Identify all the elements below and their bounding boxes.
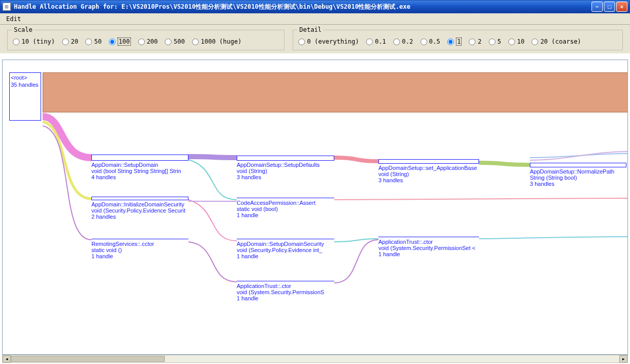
node-initdomsecurity-label: AppDomain::InitializeDomainSecurity void… xyxy=(91,201,199,220)
detail-opt-2[interactable]: 2 xyxy=(469,38,481,45)
detail-opt-10[interactable]: 10 xyxy=(508,38,524,45)
detail-opt-20[interactable]: 20 (coarse) xyxy=(531,38,581,45)
app-icon: ⊞ xyxy=(3,3,11,11)
node-apptrust2-label: ApplicationTrust::.ctor void (System.Sec… xyxy=(378,239,491,257)
menubar: Edit xyxy=(0,13,630,25)
scroll-right-button[interactable]: ▸ xyxy=(619,355,627,362)
scale-legend: Scale xyxy=(12,26,34,33)
node-codeaccess-label: CodeAccessPermission::Assert static void… xyxy=(237,200,345,218)
window-buttons: − □ × xyxy=(591,2,627,12)
scale-opt-10[interactable]: 10 (tiny) xyxy=(13,38,55,45)
node-remoting-label: RemotingServices::.cctor static void () … xyxy=(91,241,199,259)
node-apptrust2-box[interactable] xyxy=(378,237,479,237)
node-initdomsecurity-box[interactable] xyxy=(91,197,188,200)
node-setupdomsec-label: AppDomain::SetupDomainSecurity void (Sec… xyxy=(237,241,345,259)
node-setupdomain-box[interactable] xyxy=(91,155,188,161)
graph-area[interactable]: <root> 35 handles AppDomain::SetupDomain… xyxy=(2,60,628,355)
close-button[interactable]: × xyxy=(616,2,627,12)
maximize-button[interactable]: □ xyxy=(604,2,615,12)
minimize-button[interactable]: − xyxy=(591,2,603,12)
node-apptrust1-label: ApplicationTrust::.ctor void (System.Sec… xyxy=(237,283,345,301)
menu-edit[interactable]: Edit xyxy=(2,14,25,24)
detail-legend: Detail xyxy=(297,26,323,33)
scale-groupbox: Scale 10 (tiny) 20 50 100 200 500 1000 (… xyxy=(7,30,284,50)
detail-opt-05[interactable]: 0.5 xyxy=(421,38,441,45)
detail-opt-02[interactable]: 0.2 xyxy=(393,38,413,45)
node-setappbase-label: AppDomainSetup::set_ApplicationBase void… xyxy=(378,165,491,183)
node-root[interactable]: <root> 35 handles xyxy=(9,72,41,121)
node-setupdomain-label: AppDomain::SetupDomain void (bool String… xyxy=(91,162,199,180)
node-normalizepath-box[interactable] xyxy=(530,163,626,167)
node-root-l1: <root> xyxy=(11,74,40,81)
titlebar: ⊞ Handle Allocation Graph for: E:\VS2010… xyxy=(0,0,630,13)
scale-opt-100[interactable]: 100 xyxy=(109,37,131,46)
node-setappbase-box[interactable] xyxy=(378,159,479,164)
scale-opt-20[interactable]: 20 xyxy=(62,38,78,45)
node-codeaccess-box[interactable] xyxy=(237,198,334,198)
node-setupdefaults-box[interactable] xyxy=(237,156,334,161)
scroll-track[interactable] xyxy=(11,355,619,362)
detail-opt-5[interactable]: 5 xyxy=(489,38,501,45)
scroll-left-button[interactable]: ◂ xyxy=(3,355,11,362)
detail-opt-1[interactable]: 1 xyxy=(447,37,462,46)
scale-opt-200[interactable]: 200 xyxy=(138,38,158,45)
detail-opt-0[interactable]: 0 (everything) xyxy=(298,38,359,45)
scale-opt-50[interactable]: 50 xyxy=(85,38,101,45)
node-root-l2: 35 handles xyxy=(11,81,40,88)
node-setupdefaults-label: AppDomainSetup::SetupDefaults void (Stri… xyxy=(237,162,345,180)
scale-opt-1000[interactable]: 1000 (huge) xyxy=(192,38,241,45)
controls-panel: Scale 10 (tiny) 20 50 100 200 500 1000 (… xyxy=(0,25,630,53)
node-remoting-box[interactable] xyxy=(91,239,188,239)
scale-opt-500[interactable]: 500 xyxy=(165,38,185,45)
detail-groupbox: Detail 0 (everything) 0.1 0.2 0.5 1 2 5 … xyxy=(293,30,623,50)
window-title: Handle Allocation Graph for: E:\VS2010Pr… xyxy=(14,3,591,11)
detail-opt-01[interactable]: 0.1 xyxy=(366,38,386,45)
node-apptrust1-box[interactable] xyxy=(237,281,334,281)
scroll-thumb[interactable] xyxy=(11,356,165,362)
horizontal-scrollbar[interactable]: ◂ ▸ xyxy=(2,355,628,363)
node-setupdomsec-box[interactable] xyxy=(237,239,334,239)
node-normalizepath-label: AppDomainSetup::NormalizePath String (St… xyxy=(530,168,628,187)
